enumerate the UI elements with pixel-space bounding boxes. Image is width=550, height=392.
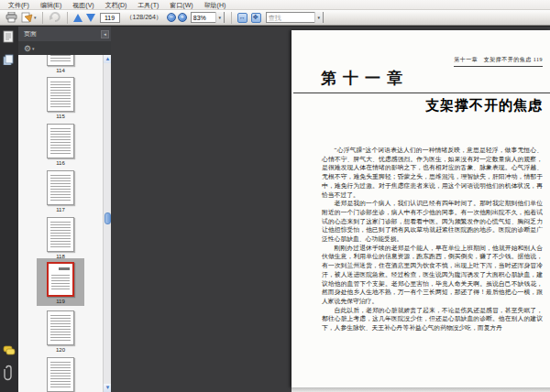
paragraph: 刚刚办过退休手续的老郑是个能人，早在单位上班期间，他就开始和别人合伙做生意，利用… — [322, 244, 543, 306]
options-caret[interactable]: ▾ — [32, 46, 35, 51]
toolbar-separator — [42, 12, 43, 24]
chapter-rule — [293, 93, 550, 93]
thumbnail-item: 117 — [18, 170, 103, 212]
document-page: 第十一章 支架撑不开的焦虑 119 第十一章 支架撑不开的焦虑 “心浮气躁”这个… — [292, 30, 550, 387]
undo-button — [47, 11, 63, 25]
panel-options-bar: ⚙ ▾ — [18, 41, 112, 55]
content-area: 页面 ◂ ⚙ ▾ 114 115 116 117 — [0, 27, 550, 392]
pages-panel-icon[interactable] — [3, 30, 16, 47]
email-options-caret[interactable]: ▾ — [34, 15, 37, 20]
zoom-level-combo: ▾ — [191, 12, 225, 23]
layers-panel-icon[interactable] — [3, 52, 16, 69]
toolbar: ▾ （128/264） − + ▾ ▾ — [0, 10, 550, 26]
attachments-panel-icon[interactable] — [3, 365, 16, 385]
page-thumbnail-117[interactable] — [47, 170, 74, 205]
toolbar-separator — [231, 12, 232, 24]
paragraph: “心浮气躁”这个词语表达人们的一种情绪反映，意思是轻浮，做事无恒心、心情不宁、脾… — [322, 146, 543, 199]
thumbnail-label: 114 — [18, 68, 103, 73]
chapter-title: 支架撑不开的焦虑 — [425, 97, 543, 114]
zoom-level-caret[interactable]: ▾ — [215, 12, 224, 23]
menubar: 文件(F) 编辑(E) 视图(V) 文档(D) 工具(T) 窗口(W) 帮助(H… — [0, 0, 550, 10]
find-options-caret[interactable]: ▾ — [314, 12, 323, 23]
thumbnail-item: 115 — [18, 77, 103, 119]
comments-panel-icon[interactable] — [3, 343, 16, 359]
thumbnail-item — [18, 357, 103, 392]
menu-view[interactable]: 视图(V) — [67, 0, 99, 10]
email-icon — [21, 12, 33, 23]
printer-icon — [6, 12, 17, 23]
pdf-reader-window: 文件(F) 编辑(E) 视图(V) 文档(D) 工具(T) 窗口(W) 帮助(H… — [0, 0, 550, 392]
thumbnail-item: 116 — [18, 124, 103, 166]
page-thumbnail-121[interactable] — [47, 357, 74, 392]
panel-collapse-button[interactable]: ◂ — [101, 30, 109, 38]
thumbnail-label: 116 — [18, 160, 103, 166]
body-text: “心浮气躁”这个词语表达人们的一种情绪反映，意思是轻浮，做事无恒心、心情不宁、脾… — [322, 146, 543, 332]
menu-document[interactable]: 文档(D) — [100, 0, 133, 10]
page-thumbnail-114[interactable] — [47, 55, 74, 66]
email-button[interactable]: ▾ — [19, 11, 38, 25]
zoom-level-input[interactable] — [192, 13, 215, 22]
paragraph: 老郑是我的一个病人，我们认识已经有四年时间了。那时我定期到他们单位附近的一个门诊… — [322, 199, 543, 244]
page-bottom-edge — [292, 387, 550, 392]
next-page-icon — [86, 14, 95, 22]
zoom-in-button[interactable]: + — [178, 13, 187, 22]
page-thumbnail-120[interactable] — [47, 310, 74, 345]
scrollbar-thumb[interactable] — [104, 212, 111, 224]
options-gear-icon[interactable]: ⚙ — [24, 44, 31, 53]
thumbnail-label: 119 — [37, 299, 84, 304]
thumbnail-label: 117 — [18, 207, 103, 212]
menu-file[interactable]: 文件(F) — [3, 0, 35, 10]
navigation-rail — [0, 27, 18, 392]
menu-window[interactable]: 窗口(W) — [164, 0, 198, 10]
page-count-label: （128/264） — [126, 13, 162, 22]
menu-edit[interactable]: 编辑(E) — [35, 0, 67, 10]
print-button[interactable] — [4, 11, 19, 25]
fit-page-button[interactable] — [251, 13, 261, 23]
previous-page-icon — [73, 14, 82, 22]
page-thumbnail-115[interactable] — [47, 77, 74, 112]
thumbnail-scrollbar[interactable]: ▲ ▼ — [103, 55, 111, 392]
pages-panel-header: 页面 ◂ — [18, 27, 112, 41]
undo-icon — [49, 12, 61, 23]
rail-bottom-icons — [0, 339, 18, 390]
chapter-heading: 第十一章 — [321, 68, 409, 89]
find-combo: ▾ — [266, 12, 324, 23]
page-thumbnail-118[interactable] — [47, 217, 74, 252]
menu-help[interactable]: 帮助(H) — [199, 0, 232, 10]
document-view[interactable]: 第十一章 支架撑不开的焦虑 119 第十一章 支架撑不开的焦虑 “心浮气躁”这个… — [111, 27, 550, 392]
running-head: 第十一章 支架撑不开的焦虑 119 — [454, 56, 543, 67]
menu-tools[interactable]: 工具(T) — [132, 0, 164, 10]
find-input[interactable] — [267, 13, 314, 22]
panel-title: 页面 — [24, 29, 101, 38]
zoom-out-button[interactable]: − — [167, 13, 176, 22]
page-thumbnail-116[interactable] — [47, 124, 74, 158]
thumbnail-item: 120 — [18, 310, 103, 353]
thumbnail-item: 114 — [18, 55, 103, 73]
thumbnail-label: 115 — [18, 114, 103, 119]
thumbnail-item-selected: 119 — [37, 258, 84, 306]
next-page-button[interactable] — [84, 11, 97, 25]
paragraph: 自此以后，老郑的心脏就娇贵了起来，不论是伤风还是感冒，甚至失眠了，都往心脏上考虑… — [322, 306, 543, 332]
fit-width-button[interactable] — [237, 13, 248, 23]
thumbnail-item: 118 — [18, 217, 103, 259]
toolbar-separator — [67, 12, 68, 24]
thumbnail-list: 114 115 116 117 118 119 — [18, 55, 103, 392]
previous-page-button[interactable] — [72, 11, 84, 25]
page-thumbnail-119[interactable] — [47, 262, 74, 297]
page-number-input[interactable] — [100, 13, 120, 23]
thumbnail-label: 120 — [18, 347, 103, 353]
